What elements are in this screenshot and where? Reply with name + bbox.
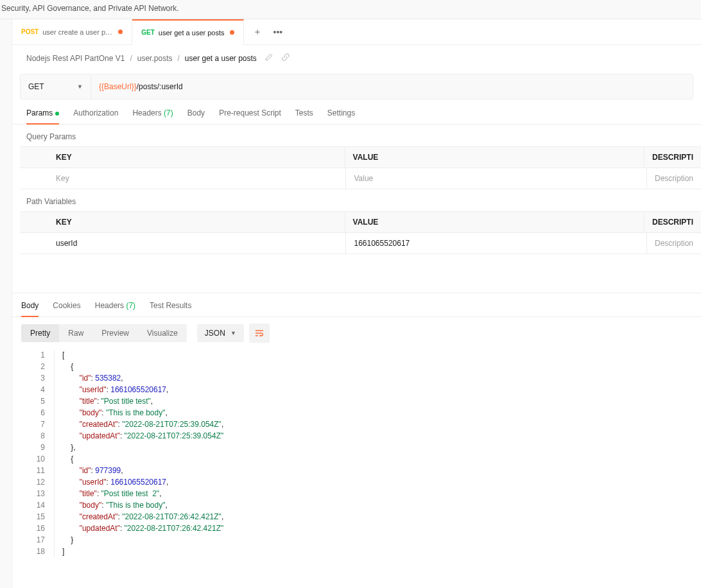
tab-body[interactable]: Body bbox=[187, 108, 205, 124]
key-input[interactable]: userId bbox=[20, 233, 346, 254]
breadcrumb-item[interactable]: Nodejs Rest API PartOne V1 bbox=[26, 54, 125, 63]
response-body[interactable]: 123456789101112131415161718 [ { "id": 53… bbox=[12, 349, 701, 570]
tab-post-request[interactable]: POST user create a user post bbox=[12, 19, 132, 45]
link-icon[interactable] bbox=[281, 53, 290, 64]
tab-prerequest[interactable]: Pre-request Script bbox=[219, 108, 281, 124]
table-row[interactable]: Key Value Description bbox=[20, 168, 701, 189]
col-value: VALUE bbox=[345, 212, 645, 232]
top-banner: egration, API Security, API Governance, … bbox=[0, 0, 701, 19]
new-tab-icon[interactable]: ＋ bbox=[253, 26, 262, 38]
active-indicator-icon bbox=[55, 112, 59, 116]
query-params-title: Query Params bbox=[12, 125, 701, 146]
tab-overflow-icon[interactable]: ••• bbox=[273, 27, 283, 37]
unsaved-dot-icon bbox=[230, 30, 234, 35]
resp-tab-cookies[interactable]: Cookies bbox=[53, 301, 80, 316]
resp-tab-body[interactable]: Body bbox=[21, 301, 39, 316]
col-key: KEY bbox=[20, 212, 345, 232]
tab-settings[interactable]: Settings bbox=[327, 108, 355, 124]
response-toolbar: Pretty Raw Preview Visualize JSON ▼ bbox=[12, 317, 701, 349]
request-tabs-strip: POST user create a user post GET user ge… bbox=[12, 19, 701, 45]
breadcrumb: Nodejs Rest API PartOne V1 / user.posts … bbox=[12, 45, 701, 71]
method-label: GET bbox=[141, 29, 155, 36]
request-url-bar: GET ▼ {{BaseUrl}}/posts/:userId bbox=[20, 74, 693, 99]
resp-tab-test-results[interactable]: Test Results bbox=[150, 301, 191, 316]
breadcrumb-item[interactable]: user.posts bbox=[137, 54, 173, 63]
key-input[interactable]: Key bbox=[20, 168, 346, 189]
query-params-table: KEY VALUE DESCRIPTI Key Value Descriptio… bbox=[20, 146, 701, 189]
table-header-row: KEY VALUE DESCRIPTI bbox=[20, 147, 701, 168]
method-select[interactable]: GET ▼ bbox=[21, 74, 91, 99]
breadcrumb-current: user get a user posts bbox=[185, 54, 257, 63]
chevron-down-icon: ▼ bbox=[77, 83, 83, 90]
view-visualize-button[interactable]: Visualize bbox=[138, 324, 187, 342]
unsaved-dot-icon bbox=[118, 30, 123, 34]
view-pretty-button[interactable]: Pretty bbox=[21, 324, 59, 342]
value-input[interactable]: Value bbox=[346, 168, 646, 189]
tab-name: user create a user post bbox=[42, 28, 113, 36]
sidebar: rt bbox=[0, 19, 12, 588]
request-subtabs: Params Authorization Headers (7) Body Pr… bbox=[12, 99, 701, 125]
chevron-down-icon: ▼ bbox=[230, 330, 236, 336]
method-value: GET bbox=[28, 82, 44, 91]
edit-icon[interactable] bbox=[264, 53, 273, 64]
tab-params[interactable]: Params bbox=[26, 108, 59, 124]
url-input[interactable]: {{BaseUrl}}/posts/:userId bbox=[91, 74, 693, 99]
url-variable: {{BaseUrl}} bbox=[99, 82, 137, 91]
description-input[interactable]: Description bbox=[647, 233, 701, 254]
col-value: VALUE bbox=[345, 147, 645, 168]
response-tabs: Body Cookies Headers (7) Test Results bbox=[12, 293, 701, 317]
path-variables-title: Path Variables bbox=[12, 189, 701, 211]
table-header-row: KEY VALUE DESCRIPTI bbox=[20, 212, 701, 233]
wrap-lines-button[interactable] bbox=[249, 324, 270, 343]
description-input[interactable]: Description bbox=[647, 168, 701, 189]
col-key: KEY bbox=[20, 147, 345, 168]
tab-get-request[interactable]: GET user get a user posts bbox=[132, 19, 243, 45]
view-preview-button[interactable]: Preview bbox=[92, 324, 138, 342]
value-input[interactable]: 1661065520617 bbox=[346, 233, 646, 254]
tab-name: user get a user posts bbox=[159, 29, 225, 37]
code-content[interactable]: [ { "id": 535382, "userId": 166106552061… bbox=[55, 349, 223, 557]
url-path: /posts/:userId bbox=[137, 82, 183, 91]
format-select[interactable]: JSON ▼ bbox=[197, 324, 244, 342]
view-raw-button[interactable]: Raw bbox=[59, 324, 92, 342]
tab-headers[interactable]: Headers (7) bbox=[132, 108, 173, 124]
breadcrumb-sep: / bbox=[130, 54, 132, 63]
line-gutter: 123456789101112131415161718 bbox=[21, 349, 55, 557]
banner-text: egration, API Security, API Governance, … bbox=[0, 4, 701, 13]
resp-tab-headers[interactable]: Headers (7) bbox=[95, 301, 135, 316]
tab-tests[interactable]: Tests bbox=[295, 108, 313, 124]
path-variables-table: KEY VALUE DESCRIPTI userId 1661065520617… bbox=[20, 211, 701, 254]
tab-authorization[interactable]: Authorization bbox=[73, 108, 118, 124]
col-description: DESCRIPTI bbox=[645, 147, 701, 168]
col-description: DESCRIPTI bbox=[645, 212, 701, 232]
method-label: POST bbox=[21, 28, 39, 35]
table-row[interactable]: userId 1661065520617 Description bbox=[20, 233, 701, 254]
breadcrumb-sep: / bbox=[177, 54, 179, 63]
